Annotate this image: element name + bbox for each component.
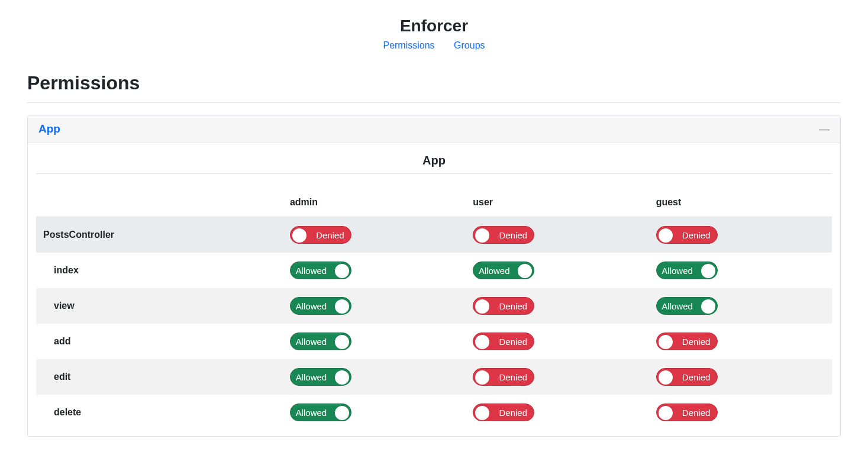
table-row: addAllowedDeniedDenied — [36, 324, 832, 359]
toggle-label: Denied — [675, 337, 717, 347]
table-row: deleteAllowedDeniedDenied — [36, 395, 832, 430]
toggle-knob — [701, 264, 715, 278]
permission-cell: Allowed — [283, 253, 466, 288]
permission-toggle[interactable]: Allowed — [290, 404, 351, 421]
permission-cell: Allowed — [649, 253, 832, 288]
permission-cell: Allowed — [466, 253, 648, 288]
table-header-empty — [36, 188, 283, 217]
nav-permissions-link[interactable]: Permissions — [383, 40, 434, 50]
action-label: edit — [36, 359, 283, 395]
permission-toggle[interactable]: Denied — [473, 368, 534, 386]
permission-cell: Denied — [466, 217, 648, 253]
toggle-knob — [292, 228, 306, 243]
toggle-label: Denied — [675, 230, 717, 240]
permission-toggle[interactable]: Denied — [290, 226, 351, 244]
toggle-knob — [475, 370, 489, 385]
permission-cell: Denied — [649, 217, 832, 253]
toggle-label: Denied — [491, 337, 534, 347]
toggle-label: Allowed — [291, 408, 333, 418]
toggle-knob — [701, 299, 715, 314]
table-row: PostsControllerDeniedDeniedDenied — [36, 217, 832, 253]
toggle-knob — [475, 299, 489, 314]
toggle-knob — [659, 406, 673, 420]
toggle-label: Allowed — [657, 301, 699, 311]
nav-links: Permissions Groups — [27, 40, 841, 51]
toggle-label: Denied — [491, 230, 534, 240]
toggle-label: Denied — [675, 408, 717, 418]
permission-cell: Allowed — [283, 324, 466, 359]
table-row: indexAllowedAllowedAllowed — [36, 253, 832, 288]
permission-cell: Allowed — [283, 288, 466, 324]
table-row: viewAllowedDeniedAllowed — [36, 288, 832, 324]
permission-toggle[interactable]: Allowed — [290, 297, 351, 315]
toggle-label: Denied — [675, 372, 717, 382]
permission-toggle[interactable]: Denied — [473, 404, 534, 421]
permission-cell: Allowed — [283, 395, 466, 430]
section-divider — [36, 173, 832, 174]
permission-cell: Denied — [649, 324, 832, 359]
action-label: index — [36, 253, 283, 288]
toggle-label: Denied — [491, 372, 534, 382]
permission-toggle[interactable]: Denied — [656, 226, 718, 244]
permission-cell: Allowed — [283, 359, 466, 395]
controller-label: PostsController — [36, 217, 283, 253]
panel-header[interactable]: App — — [28, 115, 840, 143]
panel-title[interactable]: App — [38, 122, 60, 135]
panel-app: App — App admin user guest PostsControll… — [27, 115, 841, 437]
table-header-role: user — [466, 188, 648, 217]
toggle-knob — [475, 406, 489, 420]
permission-toggle[interactable]: Denied — [656, 368, 718, 386]
permission-cell: Denied — [466, 359, 648, 395]
action-label: add — [36, 324, 283, 359]
permission-toggle[interactable]: Denied — [473, 297, 534, 315]
toggle-label: Allowed — [291, 337, 333, 347]
table-header-role: admin — [283, 188, 466, 217]
action-label: delete — [36, 395, 283, 430]
toggle-knob — [518, 264, 532, 278]
permission-cell: Denied — [283, 217, 466, 253]
permission-cell: Allowed — [649, 288, 832, 324]
nav-groups-link[interactable]: Groups — [454, 40, 485, 50]
permissions-table: admin user guest PostsControllerDeniedDe… — [36, 188, 832, 430]
toggle-knob — [335, 264, 349, 278]
toggle-knob — [659, 228, 673, 243]
permission-toggle[interactable]: Allowed — [290, 262, 351, 279]
permission-toggle[interactable]: Allowed — [290, 368, 351, 386]
action-label: view — [36, 288, 283, 324]
section-title: App — [36, 154, 832, 167]
toggle-knob — [659, 335, 673, 349]
permission-toggle[interactable]: Denied — [656, 333, 718, 350]
toggle-knob — [659, 370, 673, 385]
toggle-label: Denied — [308, 230, 351, 240]
permission-cell: Denied — [649, 359, 832, 395]
toggle-label: Denied — [491, 301, 534, 311]
toggle-knob — [475, 335, 489, 349]
permission-toggle[interactable]: Allowed — [290, 333, 351, 350]
permission-cell: Denied — [466, 288, 648, 324]
table-header-role: guest — [649, 188, 832, 217]
permission-cell: Denied — [649, 395, 832, 430]
toggle-label: Allowed — [291, 301, 333, 311]
permission-toggle[interactable]: Allowed — [656, 262, 718, 279]
toggle-label: Allowed — [657, 266, 699, 276]
permission-toggle[interactable]: Denied — [656, 404, 718, 421]
toggle-knob — [335, 299, 349, 314]
panel-body: App admin user guest PostsControllerDeni… — [28, 143, 840, 436]
permission-toggle[interactable]: Denied — [473, 333, 534, 350]
app-title: Enforcer — [27, 17, 841, 35]
toggle-label: Allowed — [291, 372, 333, 382]
permission-toggle[interactable]: Allowed — [656, 297, 718, 315]
collapse-icon[interactable]: — — [819, 124, 830, 134]
permission-toggle[interactable]: Denied — [473, 226, 534, 244]
table-row: editAllowedDeniedDenied — [36, 359, 832, 395]
page-heading: Permissions — [27, 72, 841, 94]
toggle-knob — [335, 335, 349, 349]
permission-cell: Denied — [466, 395, 648, 430]
permission-cell: Denied — [466, 324, 648, 359]
toggle-knob — [475, 228, 489, 243]
divider — [27, 102, 841, 103]
toggle-knob — [335, 370, 349, 385]
table-header-row: admin user guest — [36, 188, 832, 217]
toggle-label: Allowed — [291, 266, 333, 276]
permission-toggle[interactable]: Allowed — [473, 262, 534, 279]
